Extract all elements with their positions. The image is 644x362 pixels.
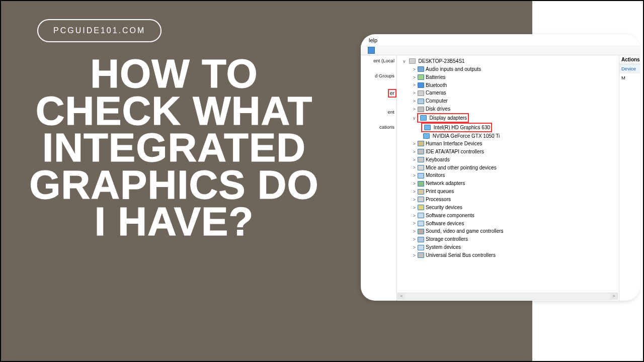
proc-icon: [418, 197, 424, 202]
scroll-left-icon[interactable]: <: [398, 293, 405, 299]
category-label: Monitors: [426, 172, 445, 178]
expand-icon[interactable]: >: [412, 164, 417, 171]
horizontal-scrollbar[interactable]: < >: [397, 293, 618, 300]
expand-icon[interactable]: >: [412, 236, 417, 243]
category-label: Keyboards: [426, 157, 450, 162]
left-pane-groups[interactable]: d Groups: [361, 73, 396, 78]
tree-category[interactable]: >Disk drives: [402, 105, 593, 113]
category-label: Display adapters: [430, 115, 467, 121]
toolbar-icon[interactable]: [368, 47, 375, 54]
tree-category[interactable]: >Human Interface Devices: [402, 140, 593, 148]
bt-icon: [418, 82, 424, 88]
card-background: PCGUIDE101.COM HOW TO CHECK WHAT INTEGRA…: [1, 1, 643, 361]
sys-icon: [418, 245, 424, 250]
actions-link[interactable]: Device: [619, 64, 640, 73]
expand-icon[interactable]: >: [412, 220, 417, 227]
expand-icon[interactable]: >: [412, 140, 417, 148]
disk-icon: [418, 107, 424, 112]
tree-device-nvidia-gtx-1050ti[interactable]: NVIDIA GeForce GTX 1050 Ti: [402, 132, 593, 140]
device-manager-window: lelp ent (Local d Groups er ent cations …: [361, 34, 640, 301]
tree-category[interactable]: >Universal Serial Bus controllers: [402, 251, 593, 259]
expand-icon[interactable]: >: [412, 244, 417, 251]
snd-icon: [418, 229, 424, 234]
prn-icon: [418, 189, 424, 195]
category-label: IDE ATA/ATAPI controllers: [426, 149, 484, 154]
category-label: Disk drives: [426, 106, 450, 112]
category-label: Computer: [426, 98, 448, 104]
category-label: Mice and other pointing devices: [426, 165, 497, 170]
category-label: Human Interface Devices: [426, 141, 482, 146]
tree-root[interactable]: ∨ DESKTOP-23B54S1: [402, 57, 593, 65]
tree-category[interactable]: >Print queues: [402, 188, 593, 196]
tree-category[interactable]: >IDE ATA/ATAPI controllers: [402, 148, 593, 156]
mmc-left-pane: ent (Local d Groups er ent cations: [361, 55, 397, 301]
tree-category[interactable]: >Monitors: [402, 171, 593, 179]
tree-category-display-adapters[interactable]: ∨ Display adapters: [402, 113, 593, 123]
mon-icon: [418, 173, 424, 178]
collapse-icon[interactable]: ∨: [402, 58, 407, 65]
expand-icon[interactable]: >: [412, 204, 417, 212]
cam-icon: [418, 90, 424, 96]
soft-icon: [418, 221, 424, 226]
category-label: Security devices: [426, 205, 462, 210]
category-label: Storage controllers: [426, 236, 468, 242]
menu-item-help[interactable]: lelp: [369, 37, 377, 43]
category-label: Audio inputs and outputs: [426, 66, 481, 72]
expand-icon[interactable]: >: [412, 172, 417, 179]
expand-icon[interactable]: >: [412, 228, 417, 235]
tree-category[interactable]: >Storage controllers: [402, 235, 593, 243]
display-adapters-icon: [420, 115, 427, 121]
tree-category[interactable]: >System devices: [402, 243, 593, 251]
tree-device-intel-hd-630[interactable]: Intel(R) HD Graphics 630: [402, 123, 593, 132]
kb-icon: [418, 157, 424, 162]
category-label: Network adapters: [426, 180, 465, 186]
category-label: Cameras: [426, 90, 446, 96]
expand-icon[interactable]: >: [412, 74, 417, 81]
expand-icon[interactable]: >: [412, 196, 417, 204]
expand-icon[interactable]: >: [412, 212, 417, 220]
tree-category[interactable]: >Software devices: [402, 220, 593, 228]
expand-icon[interactable]: >: [412, 89, 417, 97]
scroll-right-icon[interactable]: >: [610, 293, 617, 299]
tree-category[interactable]: >Batteries: [402, 73, 593, 81]
expand-icon[interactable]: >: [412, 156, 417, 164]
aud-icon: [418, 66, 424, 72]
tree-category[interactable]: >Processors: [402, 196, 593, 204]
tree-category[interactable]: >Cameras: [402, 89, 593, 97]
tree-category[interactable]: >Security devices: [402, 204, 593, 212]
left-pane-selected-item[interactable]: er: [388, 89, 396, 98]
category-label: Batteries: [426, 74, 445, 80]
soft-icon: [418, 213, 424, 218]
tree-category[interactable]: >Software components: [402, 212, 593, 220]
collapse-icon[interactable]: ∨: [412, 115, 417, 122]
device-label: NVIDIA GeForce GTX 1050 Ti: [433, 133, 500, 139]
tree-category[interactable]: >Bluetooth: [402, 81, 593, 89]
left-pane-mgmt-local[interactable]: ent (Local: [361, 58, 396, 63]
expand-icon[interactable]: >: [412, 148, 417, 156]
expand-icon[interactable]: >: [412, 180, 417, 188]
actions-pane: Actions Device M: [619, 55, 640, 301]
expand-icon[interactable]: >: [412, 66, 417, 73]
tree-category[interactable]: >Sound, video and game controllers: [402, 227, 593, 235]
tree-category[interactable]: >Mice and other pointing devices: [402, 164, 593, 172]
tree-category[interactable]: >Audio inputs and outputs: [402, 65, 593, 73]
tree-category[interactable]: >Keyboards: [402, 156, 593, 164]
expand-icon[interactable]: >: [412, 98, 417, 105]
expand-icon[interactable]: >: [412, 188, 417, 196]
usb-icon: [418, 252, 424, 258]
category-label: Bluetooth: [426, 82, 447, 88]
expand-icon[interactable]: >: [412, 106, 417, 113]
category-label: Processors: [426, 197, 451, 202]
expand-icon[interactable]: >: [412, 81, 417, 89]
device-label: Intel(R) HD Graphics 630: [434, 125, 490, 130]
site-badge: PCGUIDE101.COM: [37, 19, 162, 42]
gpu-icon: [424, 125, 431, 130]
left-pane-mgmt[interactable]: ent: [361, 110, 396, 115]
category-label: System devices: [426, 244, 461, 250]
actions-more[interactable]: M: [619, 73, 640, 82]
tree-category[interactable]: >Computer: [402, 97, 593, 105]
expand-icon[interactable]: >: [412, 252, 417, 259]
left-pane-apps[interactable]: cations: [361, 125, 396, 130]
category-label: Sound, video and game controllers: [426, 228, 504, 234]
tree-category[interactable]: >Network adapters: [402, 179, 593, 188]
